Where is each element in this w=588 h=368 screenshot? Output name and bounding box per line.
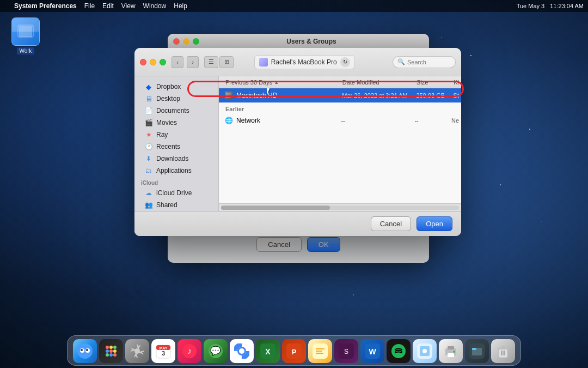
users-groups-titlebar: Users & Groups	[168, 34, 429, 49]
file-label-network: Network	[236, 117, 260, 124]
dialog-close-button[interactable]	[140, 59, 146, 65]
location-refresh-button[interactable]: ↻	[340, 57, 350, 67]
dock-item-files[interactable]	[465, 339, 489, 363]
file-open-dialog[interactable]: ‹ › ☰ ⊞ Rachel's MacBook Pro ↻ 🔍 ◆	[134, 48, 461, 236]
file-name-network: 🌐 Network	[221, 116, 341, 125]
menu-help[interactable]: Help	[174, 2, 187, 10]
dock-item-preview[interactable]	[413, 339, 437, 363]
dock-item-finder[interactable]	[73, 339, 97, 363]
dock-item-spotify[interactable]	[387, 339, 411, 363]
file-label-macintosh-hd: Macintosh HD	[236, 92, 277, 99]
app-menu-system-prefs[interactable]: System Preferences	[14, 2, 77, 10]
movies-icon: 🎬	[144, 118, 153, 127]
ug-cancel-button[interactable]: Cancel	[256, 237, 301, 252]
dock-item-notes[interactable]	[308, 339, 332, 363]
file-modified-network: --	[341, 117, 414, 124]
dock-item-trash[interactable]	[491, 339, 515, 363]
close-button[interactable]	[173, 38, 180, 45]
svg-rect-47	[448, 353, 454, 357]
sidebar-item-label-recents: Recents	[156, 143, 180, 150]
dock-item-music[interactable]: ♪	[177, 339, 201, 363]
documents-icon: 📄	[144, 106, 153, 115]
desktop-icon-work[interactable]: Work	[7, 17, 45, 55]
minimize-button[interactable]	[183, 38, 189, 45]
svg-text:💬: 💬	[210, 346, 221, 356]
grid-view-button[interactable]: ⊞	[219, 56, 234, 68]
dialog-minimize-button[interactable]	[150, 59, 156, 65]
dock-item-calendar[interactable]: MAY 3	[151, 339, 175, 363]
maximize-button[interactable]	[193, 38, 199, 45]
sidebar-item-applications[interactable]: 🗂 Applications	[137, 165, 216, 177]
search-box[interactable]: 🔍	[393, 56, 456, 68]
back-button[interactable]: ‹	[171, 56, 183, 68]
sidebar-item-movies[interactable]: 🎬 Movies	[137, 117, 216, 129]
dock-item-messages[interactable]: 💬	[204, 339, 228, 363]
svg-text:X: X	[265, 347, 271, 356]
col-header-kind[interactable]: Ki	[454, 79, 459, 86]
file-size-macintosh-hd: 259.93 GB	[416, 92, 453, 99]
svg-point-41	[391, 344, 406, 358]
dialog-toolbar: ‹ › ☰ ⊞ Rachel's MacBook Pro ↻ 🔍	[134, 48, 461, 76]
sidebar-item-downloads[interactable]: ⬇ Downloads	[137, 153, 216, 165]
sidebar-item-documents[interactable]: 📄 Documents	[137, 105, 216, 117]
col-header-name[interactable]: Previous 30 Days ▲	[221, 79, 342, 86]
file-row-macintosh-hd[interactable]: Macintosh HD Mar 26, 2022 at 3:21 AM 259…	[219, 88, 461, 102]
dock: MAY 3 ♪ 💬 X P S	[67, 335, 521, 366]
forward-button[interactable]: ›	[187, 56, 199, 68]
sidebar-item-label-desktop: Desktop	[156, 95, 180, 102]
location-text: Rachel's MacBook Pro	[271, 58, 337, 66]
col-header-size[interactable]: Size	[416, 79, 454, 86]
menu-window[interactable]: Window	[143, 2, 167, 10]
dialog-cancel-button[interactable]: Cancel	[371, 216, 411, 231]
dock-item-slack[interactable]: S	[334, 339, 358, 363]
menu-view[interactable]: View	[121, 2, 136, 10]
menubar-time: 11:23:04 AM	[550, 3, 584, 9]
svg-text:W: W	[369, 347, 376, 356]
scrollbar-track[interactable]	[221, 206, 459, 210]
dock-item-chrome[interactable]	[230, 339, 254, 363]
menu-edit[interactable]: Edit	[102, 2, 114, 10]
ug-footer-buttons: Cancel OK	[256, 237, 340, 252]
dock-item-launchpad[interactable]	[99, 339, 123, 363]
sidebar-item-desktop[interactable]: 🖥 Desktop	[137, 93, 216, 105]
svg-point-28	[239, 348, 244, 354]
column-headers: Previous 30 Days ▲ Date Modified Size Ki	[219, 76, 461, 88]
scrollbar-thumb[interactable]	[221, 206, 330, 210]
macbook-icon	[259, 58, 268, 67]
dialog-maximize-button[interactable]	[160, 59, 166, 65]
desktop-folder-icon: 🖥	[144, 94, 153, 103]
sidebar-item-ray[interactable]: ★ Ray	[137, 129, 216, 141]
list-view-button[interactable]: ☰	[204, 56, 218, 68]
sidebar-item-recents[interactable]: 🕐 Recents	[137, 141, 216, 153]
dock-item-system-prefs[interactable]	[125, 339, 149, 363]
menu-file[interactable]: File	[84, 2, 95, 10]
search-icon: 🔍	[397, 58, 405, 65]
ug-ok-button[interactable]: OK	[307, 237, 340, 252]
location-breadcrumb[interactable]: Rachel's MacBook Pro ↻	[254, 55, 355, 69]
sidebar-item-shared[interactable]: 👥 Shared	[137, 199, 216, 211]
svg-rect-54	[501, 346, 505, 348]
file-row-network[interactable]: 🌐 Network -- -- Ne	[219, 113, 461, 128]
file-kind-macintosh-hd: St	[454, 92, 459, 99]
dialog-body: ◆ Dropbox 🖥 Desktop 📄 Documents 🎬 Movies…	[134, 76, 461, 211]
sidebar-item-icloud-drive[interactable]: ☁ iCloud Drive	[137, 187, 216, 199]
sidebar-item-label-icloud-drive: iCloud Drive	[156, 189, 192, 197]
svg-rect-36	[316, 353, 323, 354]
dock-item-excel[interactable]: X	[256, 339, 280, 363]
svg-rect-51	[472, 348, 476, 350]
svg-text:P: P	[292, 348, 297, 356]
file-name-macintosh-hd: Macintosh HD	[221, 91, 342, 100]
col-header-modified[interactable]: Date Modified	[342, 79, 416, 86]
svg-point-7	[106, 346, 109, 349]
dialog-window-controls	[140, 59, 166, 65]
dock-item-powerpoint[interactable]: P	[282, 339, 306, 363]
svg-point-48	[453, 351, 455, 353]
svg-point-6	[86, 349, 88, 351]
sidebar-item-dropbox[interactable]: ◆ Dropbox	[137, 81, 216, 93]
menubar: System Preferences File Edit View Window…	[0, 0, 588, 12]
dialog-open-button[interactable]: Open	[416, 216, 452, 231]
horizontal-scrollbar[interactable]	[219, 203, 461, 211]
search-input[interactable]	[407, 59, 451, 65]
dock-item-word[interactable]: W	[360, 339, 384, 363]
dock-item-printers[interactable]	[439, 339, 463, 363]
